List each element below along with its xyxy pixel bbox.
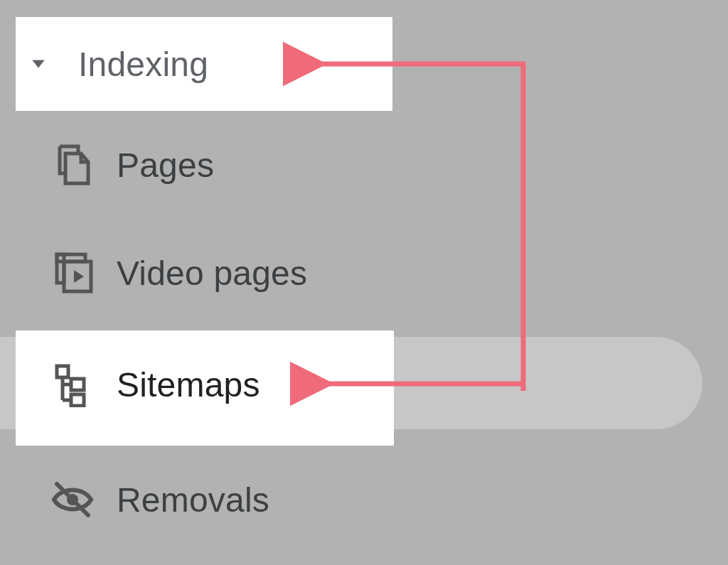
- sidebar-item-label: Video pages: [77, 254, 307, 293]
- sidebar-item-label: Removals: [77, 480, 269, 520]
- sidebar-item-label: Pages: [77, 146, 214, 185]
- sidebar-item-sitemaps[interactable]: Sitemaps: [0, 327, 398, 442]
- sidebar-section-header[interactable]: Indexing: [0, 17, 398, 111]
- sidebar-section-indexing: Indexing Pages: [0, 17, 398, 557]
- sidebar-item-removals[interactable]: Removals: [0, 442, 398, 557]
- sidebar-items: Pages Video pages: [0, 111, 398, 557]
- sidebar-item-label: Sitemaps: [77, 365, 260, 404]
- section-label: Indexing: [77, 45, 208, 84]
- svg-rect-5: [57, 366, 68, 377]
- sidebar-item-pages[interactable]: Pages: [0, 111, 398, 219]
- sidebar-item-video-pages[interactable]: Video pages: [0, 219, 398, 327]
- collapse-caret-down-icon: [0, 55, 77, 73]
- svg-marker-0: [32, 60, 44, 68]
